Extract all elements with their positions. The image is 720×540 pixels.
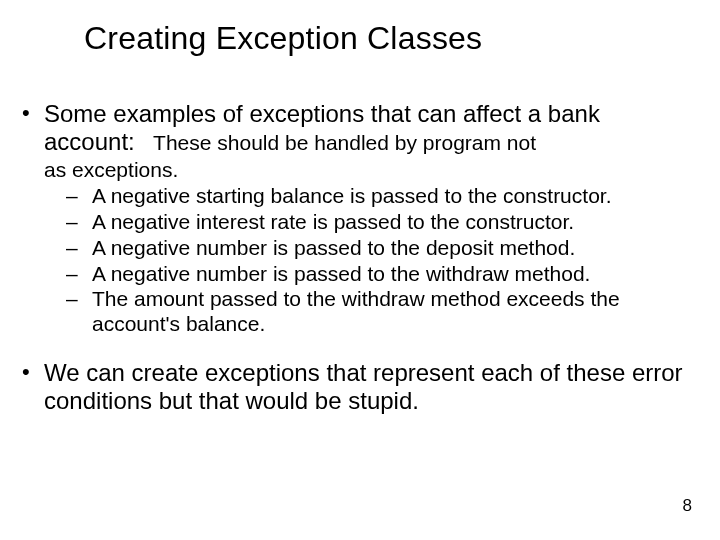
bullet-dot-icon: • (22, 100, 44, 126)
dash-icon: – (66, 184, 92, 209)
bullet1-note-inline: These should be handled by program not (153, 131, 536, 154)
sub-bullet-text: The amount passed to the withdraw method… (92, 287, 690, 337)
bullet-text: Some examples of exceptions that can aff… (44, 100, 690, 157)
sub-bullet-item: – A negative number is passed to the dep… (66, 236, 690, 261)
sub-bullet-list: – A negative starting balance is passed … (66, 184, 690, 337)
bullet-dot-icon: • (22, 359, 44, 385)
sub-bullet-text: A negative number is passed to the withd… (92, 262, 690, 287)
slide-body: • Some examples of exceptions that can a… (22, 100, 690, 416)
sub-bullet-item: – A negative interest rate is passed to … (66, 210, 690, 235)
dash-icon: – (66, 210, 92, 235)
slide: Creating Exception Classes • Some exampl… (0, 0, 720, 540)
slide-title: Creating Exception Classes (84, 20, 482, 57)
bullet-item-2: • We can create exceptions that represen… (22, 359, 690, 416)
bullet1-note-continued: as exceptions. (44, 158, 690, 183)
sub-bullet-item: – A negative number is passed to the wit… (66, 262, 690, 287)
sub-bullet-text: A negative number is passed to the depos… (92, 236, 690, 261)
sub-bullet-text: A negative interest rate is passed to th… (92, 210, 690, 235)
dash-icon: – (66, 262, 92, 287)
sub-bullet-item: – A negative starting balance is passed … (66, 184, 690, 209)
bullet-item-1: • Some examples of exceptions that can a… (22, 100, 690, 157)
sub-bullet-text: A negative starting balance is passed to… (92, 184, 690, 209)
dash-icon: – (66, 236, 92, 261)
sub-bullet-item: – The amount passed to the withdraw meth… (66, 287, 690, 337)
spacer (141, 130, 147, 155)
bullet-text: We can create exceptions that represent … (44, 359, 690, 416)
dash-icon: – (66, 287, 92, 312)
page-number: 8 (683, 496, 692, 516)
